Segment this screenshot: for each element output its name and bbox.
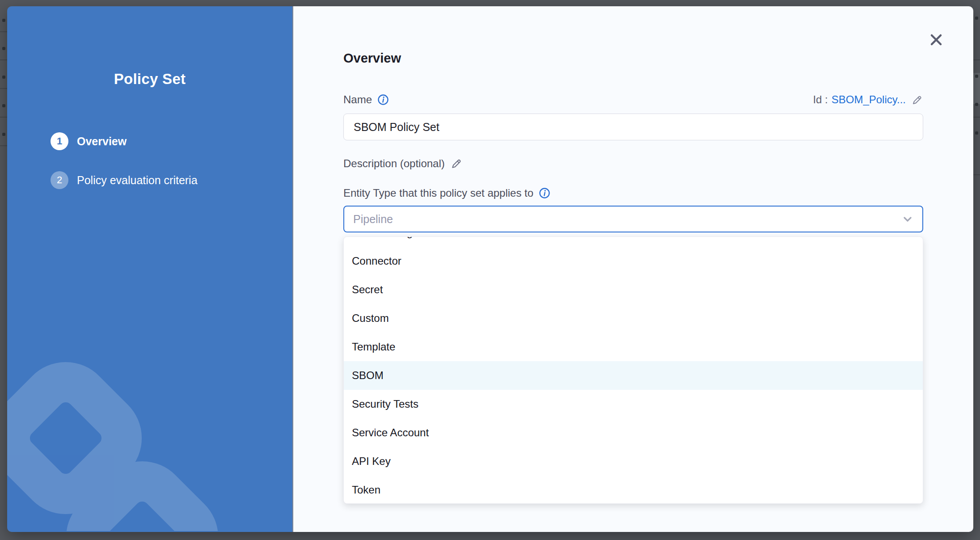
dimmed-page-overlay: Policy Set 1 Overview 2 Policy evaluatio… (0, 0, 980, 540)
entity-type-label: Entity Type that this policy set applies… (343, 187, 533, 199)
close-button[interactable] (929, 32, 944, 47)
dropdown-option-token[interactable]: Token (344, 476, 923, 504)
step-2-badge: 2 (51, 171, 68, 189)
step-1-label: Overview (77, 135, 127, 148)
description-label: Description (optional) (343, 157, 445, 170)
dropdown-option-sbom[interactable]: SBOM (344, 361, 923, 390)
dropdown-option-connector[interactable]: Connector (344, 247, 923, 275)
id-value-link[interactable]: SBOM_Policy... (832, 93, 906, 106)
edit-description-icon[interactable] (450, 157, 463, 170)
dropdown-option-secret[interactable]: Secret (344, 275, 923, 304)
entity-type-placeholder: Pipeline (353, 213, 902, 226)
entity-id: Id : SBOM_Policy... (813, 93, 923, 106)
step-policy-evaluation-criteria[interactable]: 2 Policy evaluation criteria (51, 171, 292, 189)
dropdown-option-template[interactable]: Template (344, 333, 923, 361)
dropdown-option-custom[interactable]: Custom (344, 304, 923, 333)
dropdown-option-security-tests[interactable]: Security Tests (344, 390, 923, 418)
step-overview[interactable]: 1 Overview (51, 132, 292, 150)
id-prefix-label: Id : (813, 93, 828, 106)
close-icon (930, 34, 942, 46)
policy-set-modal: Policy Set 1 Overview 2 Policy evaluatio… (7, 6, 973, 532)
entity-type-select[interactable]: Pipeline (343, 206, 923, 232)
entity-type-dropdown: Feature Flag Connector Secret Custom Tem… (343, 236, 923, 504)
step-2-label: Policy evaluation criteria (77, 174, 198, 187)
chevron-down-icon (902, 213, 913, 225)
wizard-steps: 1 Overview 2 Policy evaluation criteria (7, 132, 292, 189)
dropdown-option-service-account[interactable]: Service Account (344, 418, 923, 447)
dropdown-option-api-key[interactable]: API Key (344, 447, 923, 476)
name-info-icon[interactable] (377, 94, 389, 105)
page-title: Overview (343, 49, 923, 67)
wizard-sidebar: Policy Set 1 Overview 2 Policy evaluatio… (7, 6, 293, 532)
edit-id-icon[interactable] (911, 94, 923, 106)
name-label: Name (343, 93, 372, 106)
wizard-title: Policy Set (7, 71, 292, 88)
overview-step-panel: Overview Name Id : SBOM_Policy... (293, 6, 973, 532)
step-1-badge: 1 (51, 132, 68, 150)
name-input[interactable] (343, 114, 923, 140)
entity-type-info-icon[interactable] (539, 187, 550, 199)
dropdown-option-clipped[interactable]: Feature Flag (344, 236, 923, 247)
